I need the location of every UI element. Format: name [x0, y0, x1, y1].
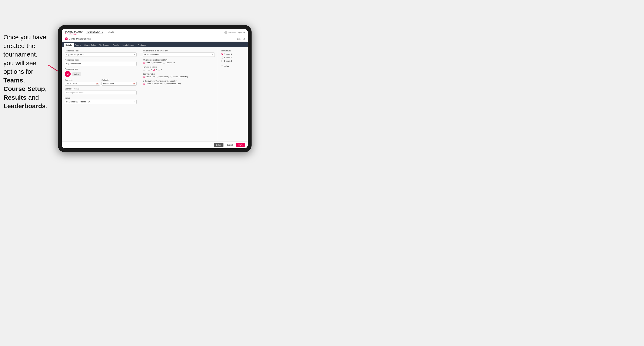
host-input[interactable]: Clippd College - Men ▾	[65, 52, 137, 57]
cancel-x-button[interactable]: Cancel X	[237, 38, 245, 40]
venue-field-group: Venue Peachtree GC - Atlanta - GA ▾	[65, 97, 137, 104]
rounds-1[interactable]: 1	[143, 69, 147, 71]
name-input[interactable]: Clippd Invitational	[65, 62, 137, 66]
nav-tournaments[interactable]: TOURNAMENTS	[86, 31, 103, 34]
scoring-stroke[interactable]: Stroke Play	[143, 76, 155, 78]
format-5count4[interactable]: 5 count 4	[221, 53, 245, 55]
instruction-line3: tournament,	[4, 51, 38, 58]
format-6count4-radio[interactable]	[221, 56, 223, 59]
rounds-label: Number of rounds	[143, 66, 215, 68]
gender-radio-group: Mens Womens Combined	[143, 62, 215, 64]
gender-womens-label: Womens	[154, 62, 162, 64]
dates-field-group: Start date Jan 21, 2024 📅 End date Jan 2…	[65, 79, 137, 86]
instruction-bold4: Leaderboards	[4, 102, 46, 109]
format-other[interactable]: Other	[221, 65, 245, 67]
upload-button[interactable]: Upload	[72, 72, 81, 76]
format-6count5[interactable]: 6 count 5	[221, 60, 245, 62]
scoring-medal-match-radio[interactable]	[170, 76, 172, 78]
gender-mens[interactable]: Mens	[143, 62, 150, 64]
scoring-match-radio[interactable]	[157, 76, 159, 78]
end-date-field: End date Jan 23, 2024 📅	[102, 79, 137, 86]
logo-subtitle: Powered by clippd	[65, 33, 82, 35]
division-label: Which division is the event for?	[143, 50, 215, 52]
rounds-1-radio[interactable]	[143, 69, 145, 71]
tab-tee-groups[interactable]: Tee Groups	[98, 43, 111, 47]
start-date-field: Start date Jan 21, 2024 📅	[65, 79, 100, 86]
save-button[interactable]: Save	[236, 143, 245, 147]
delete-button[interactable]: Delete	[214, 143, 224, 147]
nav-teams[interactable]: TEAMS	[106, 31, 114, 34]
host-value: Clippd College - Men	[66, 54, 84, 56]
start-date-value: Jan 21, 2024	[66, 83, 77, 85]
division-field-group: Which division is the event for? NCAA Di…	[143, 50, 215, 57]
division-input[interactable]: NCAA Division III ▾	[143, 52, 215, 57]
scoring-stroke-label: Stroke Play	[146, 76, 155, 78]
rounds-4[interactable]: 4	[158, 69, 162, 71]
format-6count4[interactable]: 6 count 4	[221, 56, 245, 59]
format-5count4-radio[interactable]	[221, 53, 223, 55]
rounds-radio-group: 1 2 3 4	[143, 69, 215, 71]
rounds-3-label: 3	[156, 69, 157, 71]
sponsor-field-group: Sponsor (optional) Enter sponsor name	[65, 88, 137, 95]
rounds-2[interactable]: 2	[148, 69, 152, 71]
instruction-bold1: Teams	[4, 77, 23, 84]
tab-details[interactable]: Details	[64, 43, 74, 47]
rounds-1-label: 1	[146, 69, 147, 71]
footer-bar: Delete Cancel Save	[62, 141, 248, 148]
sponsor-label: Sponsor (optional)	[65, 88, 137, 90]
format-5count4-label: 5 count 4	[224, 53, 232, 55]
instruction-text: Once you have created the tournament, yo…	[2, 33, 55, 111]
rounds-3[interactable]: 3	[153, 69, 157, 71]
logo-label: Tournament logo	[65, 68, 137, 70]
instruction-bold3: Results	[4, 94, 26, 101]
format-label: Format type	[221, 50, 245, 52]
tablet-device: SCOREBOARD Powered by clippd TOURNAMENTS…	[58, 25, 252, 152]
individuals-only[interactable]: Individuals Only	[164, 83, 181, 85]
nav-user: Test User | Sign out	[224, 31, 245, 34]
instruction-line2: created the	[4, 42, 35, 49]
form-col-1: Tournament Host Clippd College - Men ▾ T…	[62, 47, 140, 141]
scoring-label: Scoring system	[143, 73, 215, 75]
tab-teams[interactable]: Teams	[74, 43, 83, 47]
teams-plus-individuals[interactable]: Teams (+Individuals)	[143, 83, 163, 85]
gender-womens-radio[interactable]	[152, 62, 154, 64]
format-6count4-label: 6 count 4	[224, 56, 232, 59]
gender-combined[interactable]: Combined	[163, 62, 174, 64]
sponsor-input[interactable]: Enter sponsor name	[65, 91, 137, 95]
individuals-only-radio[interactable]	[164, 83, 167, 85]
logo-area: SCOREBOARD Powered by clippd	[65, 30, 82, 35]
breadcrumb-bar: C Clippd Invitational (Men) Cancel X	[62, 36, 248, 42]
form-col-3: Format type 5 count 4 6 count 4 6 count …	[218, 47, 248, 141]
cancel-button[interactable]: Cancel	[225, 143, 235, 147]
tab-course-setup[interactable]: Course Setup	[82, 43, 98, 47]
breadcrumb-subtitle: (Men)	[86, 38, 92, 40]
scoring-stroke-radio[interactable]	[143, 76, 145, 78]
tablet-screen: SCOREBOARD Powered by clippd TOURNAMENTS…	[62, 29, 248, 148]
scoring-medal-match[interactable]: Medal Match Play	[170, 76, 188, 78]
scoring-match[interactable]: Match Play	[157, 76, 169, 78]
user-label[interactable]: Test User | Sign out	[228, 31, 245, 34]
end-date-input[interactable]: Jan 23, 2024 📅	[102, 82, 137, 86]
instruction-line1: Once you have	[4, 34, 46, 41]
form-area: Tournament Host Clippd College - Men ▾ T…	[62, 47, 248, 141]
teams-plus-radio[interactable]	[143, 83, 145, 85]
scoring-match-label: Match Play	[160, 76, 169, 78]
tab-printables[interactable]: Printables	[136, 43, 148, 47]
teams-radio-group: Teams (+Individuals) Individuals Only	[143, 83, 215, 85]
tab-leaderboards[interactable]: Leaderboards	[121, 43, 136, 47]
format-other-radio[interactable]	[221, 65, 223, 67]
tab-results[interactable]: Results	[111, 43, 121, 47]
start-date-input[interactable]: Jan 21, 2024 📅	[65, 82, 100, 86]
instruction-line4: you will see	[4, 59, 36, 66]
gender-combined-radio[interactable]	[163, 62, 165, 64]
venue-input[interactable]: Peachtree GC - Atlanta - GA ▾	[65, 100, 137, 104]
gender-mens-radio[interactable]	[143, 62, 145, 64]
rounds-3-radio[interactable]	[153, 69, 155, 71]
format-6count5-radio[interactable]	[221, 60, 223, 62]
teams-plus-label: Teams (+Individuals)	[146, 83, 163, 85]
rounds-4-radio[interactable]	[158, 69, 160, 71]
gender-womens[interactable]: Womens	[152, 62, 162, 64]
format-other-label: Other	[224, 65, 229, 67]
scoring-radio-group: Stroke Play Match Play Medal Match Play	[143, 76, 215, 78]
rounds-2-radio[interactable]	[148, 69, 150, 71]
